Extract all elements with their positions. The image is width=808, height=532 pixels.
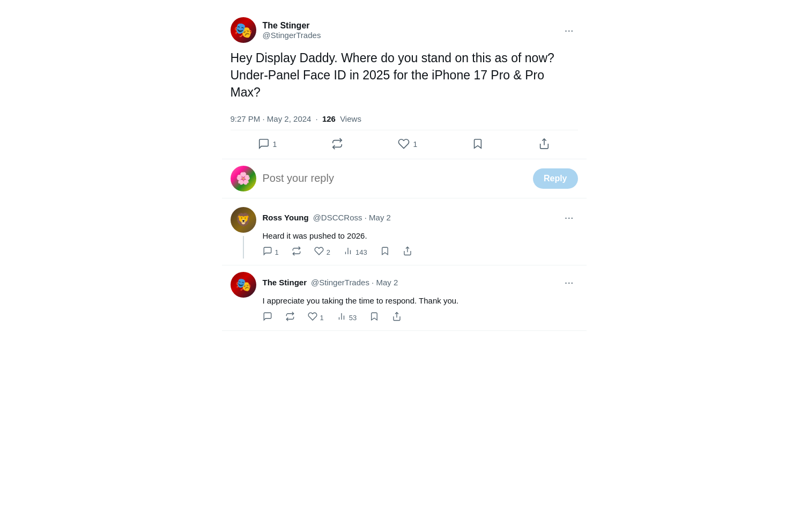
- heart-icon: [398, 138, 410, 151]
- stinger-reply-more-button[interactable]: ···: [560, 272, 578, 293]
- like-count: 1: [413, 140, 417, 149]
- reply-tweet-ross: 🦁 Ross Young @DSCCRoss · May 2 ···: [222, 201, 587, 266]
- main-tweet-views-label: Views: [338, 114, 361, 123]
- stinger-reply-username: The Stinger: [263, 278, 307, 287]
- main-tweet-more-button[interactable]: ···: [560, 20, 578, 41]
- share-icon: [538, 138, 550, 151]
- stinger-views-button[interactable]: 53: [337, 312, 357, 324]
- reply-action-button[interactable]: 1: [254, 132, 281, 157]
- ross-like-count: 2: [327, 248, 330, 256]
- stinger-reply-handle-date: @StingerTrades · May 2: [311, 278, 398, 287]
- ross-reply-more-button[interactable]: ···: [560, 207, 578, 228]
- ross-reply-button[interactable]: 1: [263, 246, 279, 258]
- ross-views-count: 143: [355, 248, 367, 256]
- main-tweet-body: Hey Display Daddy. Where do you stand on…: [222, 43, 587, 108]
- ross-reply-count: 1: [275, 248, 279, 256]
- main-tweet-username: The Stinger: [263, 21, 321, 31]
- main-tweet-meta: 9:27 PM · May 2, 2024 · 126 Views: [222, 108, 587, 130]
- ross-retweet-button[interactable]: [292, 246, 301, 258]
- reply-left-col: 🦁: [231, 207, 256, 259]
- stinger-reply-button[interactable]: [263, 312, 272, 324]
- stinger-reply-content: The Stinger @StingerTrades · May 2 ··· I…: [263, 272, 578, 324]
- comment-icon-small: [263, 246, 272, 258]
- reply-input-field[interactable]: [263, 172, 527, 184]
- stinger-like-count: 1: [320, 314, 324, 322]
- stinger-views-count: 53: [349, 314, 357, 322]
- retweet-icon-small: [292, 246, 301, 258]
- ross-username: Ross Young: [263, 213, 309, 222]
- ross-share-button[interactable]: [403, 246, 412, 258]
- share-icon-small-2: [392, 312, 402, 324]
- stinger-retweet-button[interactable]: [285, 312, 295, 324]
- retweet-action-button[interactable]: [327, 132, 347, 157]
- views-icon-small-2: [337, 312, 346, 324]
- main-tweet-timestamp: 9:27 PM · May 2, 2024: [231, 114, 312, 123]
- bookmark-action-button[interactable]: [468, 132, 488, 157]
- main-tweet-views-count: 126: [322, 114, 336, 123]
- retweet-icon: [331, 138, 343, 151]
- reply-tweet-stinger: 🎭 The Stinger @StingerTrades · May 2 ···: [222, 265, 587, 331]
- comment-icon: [258, 138, 270, 151]
- bookmark-icon-small: [380, 246, 390, 258]
- views-icon-small: [343, 246, 353, 258]
- stinger-reply-actions: 1 53: [263, 312, 578, 324]
- ross-avatar: 🦁: [231, 207, 256, 233]
- reply-count: 1: [273, 140, 277, 149]
- stinger-reply-avatar: 🎭: [231, 272, 256, 298]
- bookmark-icon: [472, 138, 484, 151]
- replies-section: 🦁 Ross Young @DSCCRoss · May 2 ···: [222, 198, 587, 331]
- share-action-button[interactable]: [534, 132, 554, 157]
- ross-like-button[interactable]: 2: [314, 246, 330, 258]
- stinger-bookmark-button[interactable]: [369, 312, 379, 324]
- like-action-button[interactable]: 1: [394, 132, 421, 157]
- heart-icon-small: [314, 246, 324, 258]
- reply-submit-button[interactable]: Reply: [533, 168, 578, 189]
- stinger-reply-body: I appreciate you taking the time to resp…: [263, 295, 578, 307]
- main-tweet-handle: @StingerTrades: [263, 31, 321, 40]
- share-icon-small: [403, 246, 412, 258]
- reply-left-col-2: 🎭: [231, 272, 256, 324]
- ross-reply-body: Heard it was pushed to 2026.: [263, 230, 578, 242]
- thread-line: [243, 236, 244, 259]
- ross-bookmark-button[interactable]: [380, 246, 390, 258]
- retweet-icon-small-2: [285, 312, 295, 324]
- comment-icon-small-2: [263, 312, 272, 324]
- stinger-like-button[interactable]: 1: [308, 312, 324, 324]
- ross-handle-date: @DSCCRoss · May 2: [313, 213, 391, 222]
- main-tweet-avatar: 🎭: [231, 17, 256, 43]
- ross-views-button[interactable]: 143: [343, 246, 367, 258]
- ross-reply-actions: 1: [263, 246, 578, 258]
- reply-user-avatar: 🌸: [231, 166, 256, 191]
- reply-composer: 🌸 Reply: [222, 159, 587, 198]
- tweet-actions-bar: 1 1: [222, 130, 587, 159]
- stinger-share-button[interactable]: [392, 312, 402, 324]
- heart-icon-small-2: [308, 312, 317, 324]
- bookmark-icon-small-2: [369, 312, 379, 324]
- ross-reply-content: Ross Young @DSCCRoss · May 2 ··· Heard i…: [263, 207, 578, 259]
